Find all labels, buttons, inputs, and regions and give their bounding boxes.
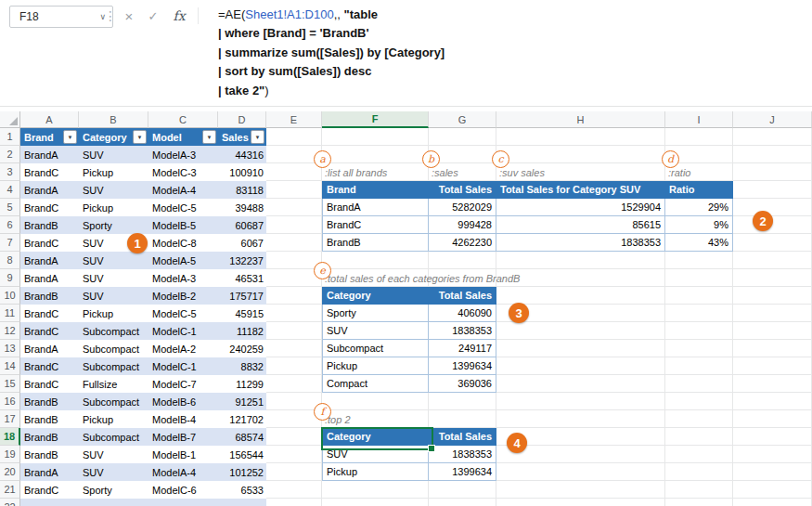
cell-J4[interactable] bbox=[733, 181, 812, 199]
cell-D19[interactable]: 156544 bbox=[218, 446, 266, 463]
row-header-10[interactable]: 10 bbox=[0, 287, 20, 305]
enter-icon[interactable]: ✓ bbox=[143, 6, 163, 26]
cell-A18[interactable]: BrandB bbox=[20, 428, 79, 446]
cell-D5[interactable]: 39488 bbox=[218, 199, 266, 216]
cell-D4[interactable]: 83118 bbox=[218, 181, 266, 199]
filter-button-brand[interactable]: ▼ bbox=[63, 130, 77, 144]
cell-C15[interactable]: ModelC-7 bbox=[148, 375, 218, 393]
cell-C10[interactable]: ModelB-2 bbox=[148, 287, 218, 305]
cell-A11[interactable]: BrandC bbox=[20, 305, 79, 322]
cell-G10[interactable]: Total Sales bbox=[429, 287, 496, 305]
cell-A6[interactable]: BrandB bbox=[20, 216, 79, 234]
cell-A7[interactable]: BrandC bbox=[20, 234, 79, 252]
formula-input[interactable]: =AE(Sheet1!A1:D100,, "table| where [Bran… bbox=[218, 6, 445, 100]
cell-J9[interactable] bbox=[733, 269, 812, 287]
cell-B17[interactable]: Pickup bbox=[79, 410, 148, 428]
cell-E1[interactable] bbox=[266, 128, 322, 146]
cell-D7[interactable]: 6067 bbox=[218, 234, 266, 252]
cell-I7[interactable]: 43% bbox=[665, 234, 733, 252]
cell-B2[interactable]: SUV bbox=[79, 146, 148, 163]
cell-H22[interactable] bbox=[496, 499, 665, 506]
cell-G7[interactable]: 4262230 bbox=[429, 234, 496, 252]
cell-A19[interactable]: BrandB bbox=[20, 446, 79, 463]
cell-B14[interactable]: Subcompact bbox=[79, 357, 148, 375]
row-header-3[interactable]: 3 bbox=[0, 163, 20, 181]
cell-I18[interactable] bbox=[665, 428, 733, 446]
cell-A4[interactable]: BrandA bbox=[20, 181, 79, 199]
cell-D22[interactable] bbox=[218, 499, 266, 506]
cell-C18[interactable]: ModelB-7 bbox=[148, 428, 218, 446]
cell-D9[interactable]: 46531 bbox=[218, 269, 266, 287]
cell-B19[interactable]: SUV bbox=[79, 446, 148, 463]
column-header-G[interactable]: G bbox=[429, 111, 496, 128]
cell-E3[interactable] bbox=[266, 163, 322, 181]
cell-C16[interactable]: ModelB-6 bbox=[148, 393, 218, 410]
cell-I21[interactable] bbox=[665, 481, 733, 499]
cell-H20[interactable] bbox=[496, 463, 665, 481]
cell-D17[interactable]: 121702 bbox=[218, 410, 266, 428]
cell-E6[interactable] bbox=[266, 216, 322, 234]
cell-F14[interactable]: Pickup bbox=[322, 357, 429, 375]
cell-I11[interactable] bbox=[665, 305, 733, 322]
cell-J20[interactable] bbox=[733, 463, 812, 481]
cell-H15[interactable] bbox=[496, 375, 665, 393]
cell-H5[interactable]: 1529904 bbox=[496, 199, 665, 216]
cell-H21[interactable] bbox=[496, 481, 665, 499]
cell-A13[interactable]: BrandA bbox=[20, 340, 79, 357]
filter-button-model[interactable]: ▼ bbox=[202, 130, 216, 144]
cell-J18[interactable] bbox=[733, 428, 812, 446]
column-header-B[interactable]: B bbox=[79, 111, 148, 128]
cell-A22[interactable] bbox=[20, 499, 79, 506]
cell-G1[interactable] bbox=[429, 128, 496, 146]
cancel-icon[interactable]: × bbox=[119, 6, 139, 26]
cell-D10[interactable]: 175717 bbox=[218, 287, 266, 305]
cell-F22[interactable] bbox=[322, 499, 429, 506]
cell-G4[interactable]: Total Sales bbox=[429, 181, 496, 199]
cell-A20[interactable]: BrandA bbox=[20, 463, 79, 481]
cell-A3[interactable]: BrandC bbox=[20, 163, 79, 181]
cell-G8[interactable] bbox=[429, 252, 496, 269]
row-header-21[interactable]: 21 bbox=[0, 481, 20, 499]
cell-E20[interactable] bbox=[266, 463, 322, 481]
cell-J13[interactable] bbox=[733, 340, 812, 357]
cell-B3[interactable]: Pickup bbox=[79, 163, 148, 181]
cell-B22[interactable] bbox=[79, 499, 148, 506]
insert-function-icon[interactable]: fx bbox=[169, 6, 189, 26]
formula-bar-drag-handle[interactable]: ⋮ bbox=[104, 6, 117, 26]
cell-I1[interactable] bbox=[665, 128, 733, 146]
cell-I17[interactable] bbox=[665, 410, 733, 428]
row-header-4[interactable]: 4 bbox=[0, 181, 20, 199]
row-header-19[interactable]: 19 bbox=[0, 446, 20, 463]
cell-A1[interactable]: Brand▼ bbox=[20, 128, 79, 146]
cell-D2[interactable]: 44316 bbox=[218, 146, 266, 163]
cell-I13[interactable] bbox=[665, 340, 733, 357]
cell-C13[interactable]: ModelA-2 bbox=[148, 340, 218, 357]
cell-G18[interactable]: Total Sales bbox=[429, 428, 496, 446]
cell-E13[interactable] bbox=[266, 340, 322, 357]
cell-H13[interactable] bbox=[496, 340, 665, 357]
cell-E22[interactable] bbox=[266, 499, 322, 506]
row-header-12[interactable]: 12 bbox=[0, 322, 20, 340]
cell-H4[interactable]: Total Sales for Category SUV bbox=[496, 181, 665, 199]
cell-G6[interactable]: 999428 bbox=[429, 216, 496, 234]
cell-E10[interactable] bbox=[266, 287, 322, 305]
cell-H16[interactable] bbox=[496, 393, 665, 410]
row-header-16[interactable]: 16 bbox=[0, 393, 20, 410]
cell-C19[interactable]: ModelB-1 bbox=[148, 446, 218, 463]
cell-E14[interactable] bbox=[266, 357, 322, 375]
cell-E21[interactable] bbox=[266, 481, 322, 499]
cell-H8[interactable] bbox=[496, 252, 665, 269]
cell-C8[interactable]: ModelA-5 bbox=[148, 252, 218, 269]
cell-D20[interactable]: 101252 bbox=[218, 463, 266, 481]
row-header-22[interactable]: 22 bbox=[0, 499, 20, 506]
cell-I14[interactable] bbox=[665, 357, 733, 375]
cell-E5[interactable] bbox=[266, 199, 322, 216]
filter-button-sales[interactable]: ▼ bbox=[251, 130, 264, 144]
cell-I12[interactable] bbox=[665, 322, 733, 340]
cell-A2[interactable]: BrandA bbox=[20, 146, 79, 163]
cell-A9[interactable]: BrandA bbox=[20, 269, 79, 287]
cell-B5[interactable]: Pickup bbox=[79, 199, 148, 216]
cell-B9[interactable]: SUV bbox=[79, 269, 148, 287]
cell-E18[interactable] bbox=[266, 428, 322, 446]
cell-E7[interactable] bbox=[266, 234, 322, 252]
